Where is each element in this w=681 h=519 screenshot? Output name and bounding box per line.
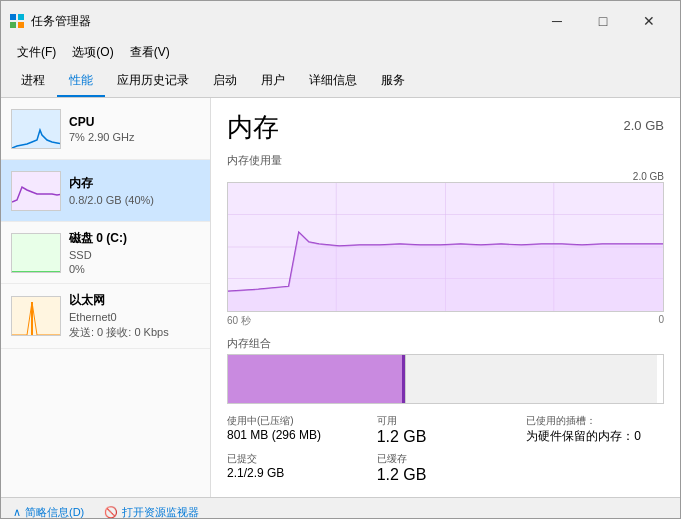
stat-available-value: 1.2 GB — [377, 428, 515, 446]
tab-app-history[interactable]: 应用历史记录 — [105, 66, 201, 97]
title-bar: 任务管理器 ─ □ ✕ — [1, 1, 680, 39]
menu-view[interactable]: 查看(V) — [122, 41, 178, 64]
usage-chart-label: 内存使用量 — [227, 153, 664, 168]
sidebar-item-memory[interactable]: 内存 0.8/2.0 GB (40%) — [1, 160, 210, 222]
composition-label: 内存组合 — [227, 336, 664, 351]
stat-in-use-label: 使用中(已压缩) — [227, 414, 365, 428]
svg-rect-1 — [18, 14, 24, 20]
sidebar-item-cpu[interactable]: CPU 7% 2.90 GHz — [1, 98, 210, 160]
bottom-bar: ∧ 简略信息(D) 🚫 打开资源监视器 — [1, 497, 680, 519]
memory-composition-chart — [227, 354, 664, 404]
menu-file[interactable]: 文件(F) — [9, 41, 64, 64]
monitor-icon: 🚫 — [104, 506, 118, 519]
memory-info: 内存 0.8/2.0 GB (40%) — [69, 175, 200, 206]
stat-cached: 已缓存 1.2 GB — [377, 452, 515, 484]
disk-label: 磁盘 0 (C:) — [69, 230, 200, 247]
window-title: 任务管理器 — [31, 13, 91, 30]
stat-cached-value: 1.2 GB — [377, 466, 515, 484]
memory-sub: 0.8/2.0 GB (40%) — [69, 194, 200, 206]
svg-rect-6 — [12, 234, 61, 273]
svg-rect-3 — [18, 22, 24, 28]
app-icon — [9, 13, 25, 29]
resource-monitor-button[interactable]: 🚫 打开资源监视器 — [104, 505, 199, 519]
tab-services[interactable]: 服务 — [369, 66, 417, 97]
stats-grid: 使用中(已压缩) 801 MB (296 MB) 可用 1.2 GB 已使用的插… — [227, 414, 664, 484]
cpu-mini-chart — [11, 109, 61, 149]
svg-rect-5 — [12, 172, 61, 211]
stat-committed: 已提交 2.1/2.9 GB — [227, 452, 365, 484]
disk-info: 磁盘 0 (C:) SSD 0% — [69, 230, 200, 275]
memory-usage-chart — [227, 182, 664, 312]
tab-process[interactable]: 进程 — [9, 66, 57, 97]
detail-title: 内存 — [227, 110, 279, 145]
cpu-sub: 7% 2.90 GHz — [69, 131, 200, 143]
stat-slots-value: 为硬件保留的内存：0 — [526, 428, 664, 445]
monitor-label: 打开资源监视器 — [122, 505, 199, 519]
svg-rect-0 — [10, 14, 16, 20]
memory-mini-chart — [11, 171, 61, 211]
sidebar: CPU 7% 2.90 GHz 内存 0.8/2.0 GB (40%) — [1, 98, 211, 497]
sidebar-item-network[interactable]: 以太网 Ethernet0 发送: 0 接收: 0 Kbps — [1, 284, 210, 349]
network-label: 以太网 — [69, 292, 200, 309]
summary-button[interactable]: ∧ 简略信息(D) — [13, 505, 84, 519]
stat-in-use-value: 801 MB (296 MB) — [227, 428, 365, 442]
menu-bar: 文件(F) 选项(O) 查看(V) — [1, 39, 680, 66]
stat-in-use: 使用中(已压缩) 801 MB (296 MB) — [227, 414, 365, 446]
network-sub2: 发送: 0 接收: 0 Kbps — [69, 325, 200, 340]
stat-available-label: 可用 — [377, 414, 515, 428]
cpu-label: CPU — [69, 115, 200, 129]
stat-cached-label: 已缓存 — [377, 452, 515, 466]
tab-users[interactable]: 用户 — [249, 66, 297, 97]
detail-total: 2.0 GB — [624, 118, 664, 133]
stat-committed-value: 2.1/2.9 GB — [227, 466, 365, 480]
svg-rect-4 — [12, 110, 61, 149]
stat-available: 可用 1.2 GB — [377, 414, 515, 446]
usage-max-row: 2.0 GB — [227, 171, 664, 182]
menu-options[interactable]: 选项(O) — [64, 41, 121, 64]
tab-details[interactable]: 详细信息 — [297, 66, 369, 97]
disk-sub2: 0% — [69, 263, 200, 275]
title-bar-left: 任务管理器 — [9, 13, 91, 30]
summary-label: 简略信息(D) — [25, 505, 84, 519]
window-controls: ─ □ ✕ — [534, 7, 672, 35]
tab-performance[interactable]: 性能 — [57, 66, 105, 97]
network-mini-chart — [11, 296, 61, 336]
time-end: 0 — [658, 314, 664, 328]
main-content: CPU 7% 2.90 GHz 内存 0.8/2.0 GB (40%) — [1, 98, 680, 497]
disk-mini-chart — [11, 233, 61, 273]
cpu-info: CPU 7% 2.90 GHz — [69, 115, 200, 143]
usage-max-value: 2.0 GB — [633, 171, 664, 182]
stat-slots-label: 已使用的插槽： — [526, 414, 664, 428]
detail-panel: 内存 2.0 GB 内存使用量 2.0 GB — [211, 98, 680, 497]
stat-slots: 已使用的插槽： 为硬件保留的内存：0 — [526, 414, 664, 446]
network-sub1: Ethernet0 — [69, 311, 200, 323]
time-labels: 60 秒 0 — [227, 314, 664, 328]
maximize-button[interactable]: □ — [580, 7, 626, 35]
disk-sub1: SSD — [69, 249, 200, 261]
detail-header: 内存 2.0 GB — [227, 110, 664, 145]
minimize-button[interactable]: ─ — [534, 7, 580, 35]
chevron-up-icon: ∧ — [13, 506, 21, 519]
stat-committed-label: 已提交 — [227, 452, 365, 466]
network-info: 以太网 Ethernet0 发送: 0 接收: 0 Kbps — [69, 292, 200, 340]
tab-startup[interactable]: 启动 — [201, 66, 249, 97]
memory-label: 内存 — [69, 175, 200, 192]
time-start: 60 秒 — [227, 314, 251, 328]
tabs-bar: 进程 性能 应用历史记录 启动 用户 详细信息 服务 — [1, 66, 680, 98]
close-button[interactable]: ✕ — [626, 7, 672, 35]
svg-rect-2 — [10, 22, 16, 28]
sidebar-item-disk[interactable]: 磁盘 0 (C:) SSD 0% — [1, 222, 210, 284]
